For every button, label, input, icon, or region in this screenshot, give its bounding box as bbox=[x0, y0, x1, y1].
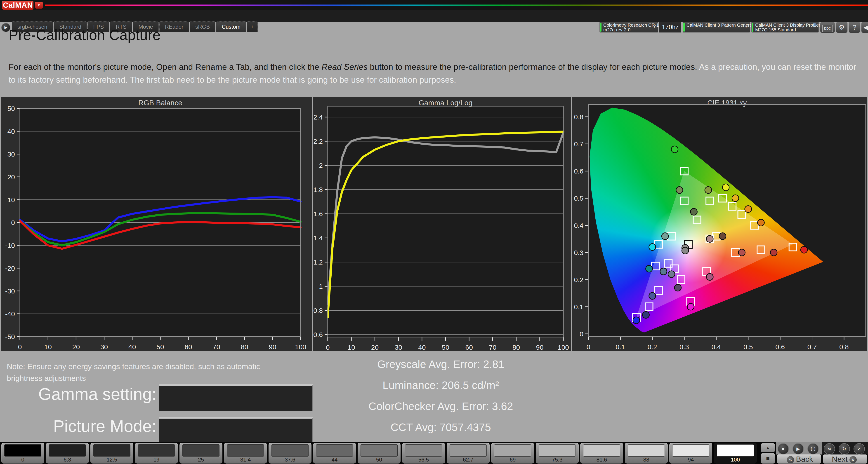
swatch-label: 37.6 bbox=[269, 457, 311, 463]
help-icon: ? bbox=[852, 24, 857, 31]
svg-text:40: 40 bbox=[418, 343, 426, 351]
accept-button[interactable]: ✓ bbox=[854, 443, 865, 455]
target-square bbox=[728, 202, 736, 210]
swatch-75.3[interactable]: 75.3 bbox=[536, 443, 579, 464]
swatch-chip bbox=[227, 444, 264, 457]
tab-reader[interactable]: REader bbox=[159, 22, 189, 32]
target-square bbox=[645, 303, 653, 310]
svg-text:90: 90 bbox=[269, 343, 276, 351]
swatch-81.6[interactable]: 81.6 bbox=[580, 443, 623, 464]
svg-text:70: 70 bbox=[213, 343, 220, 351]
measured-point bbox=[739, 249, 745, 256]
svg-text:50: 50 bbox=[442, 343, 449, 351]
svg-text:0.4: 0.4 bbox=[712, 343, 721, 351]
swatch-label: 0 bbox=[1, 457, 44, 463]
measured-point bbox=[643, 311, 649, 318]
swatch-69[interactable]: 69 bbox=[491, 443, 534, 464]
measured-point bbox=[770, 249, 777, 256]
tab-srgb[interactable]: sRGB bbox=[190, 22, 215, 32]
target-square bbox=[680, 197, 688, 205]
swatch-50[interactable]: 50 bbox=[358, 443, 401, 464]
svg-text:0.1: 0.1 bbox=[574, 303, 583, 310]
gamma-setting-input[interactable] bbox=[159, 384, 313, 411]
display-profiler-dropdown[interactable]: CalMAN Client 3 Display Profiler M27Q 15… bbox=[751, 22, 819, 33]
swatch-6.3[interactable]: 6.3 bbox=[46, 443, 89, 464]
swatch-chip bbox=[672, 444, 709, 457]
pattern-window-button[interactable]: ■ bbox=[761, 453, 775, 464]
swatch-56.5[interactable]: 56.5 bbox=[402, 443, 445, 464]
calman-logo[interactable]: CalMAN bbox=[2, 1, 33, 10]
swatch-chip bbox=[450, 444, 487, 457]
swatch-94[interactable]: 94 bbox=[669, 443, 712, 464]
page-title: Pre-Calibration Capture bbox=[8, 27, 160, 43]
svg-text:1.6: 1.6 bbox=[313, 210, 323, 218]
measured-point bbox=[668, 271, 675, 278]
swatch-19[interactable]: 19 bbox=[135, 443, 178, 464]
help-button[interactable]: ? bbox=[848, 22, 860, 33]
note-text: Note: Ensure any energy savings features… bbox=[7, 361, 276, 384]
svg-text:100: 100 bbox=[558, 343, 569, 351]
svg-text:Gamma Log/Log: Gamma Log/Log bbox=[418, 99, 472, 107]
svg-text:0.6: 0.6 bbox=[574, 167, 583, 175]
target-square bbox=[655, 287, 662, 294]
swatch-chip bbox=[316, 444, 353, 457]
play-button[interactable]: ▶ bbox=[793, 443, 804, 455]
back-button[interactable]: «Back bbox=[777, 455, 821, 464]
swatch-label: 19 bbox=[135, 457, 178, 463]
loop-button[interactable]: ↻ bbox=[839, 443, 850, 455]
settings-button[interactable]: ⚙ bbox=[836, 22, 848, 33]
svg-text:0.7: 0.7 bbox=[807, 343, 817, 351]
svg-text:1.8: 1.8 bbox=[313, 186, 323, 193]
chevron-down-icon: ▼ bbox=[653, 25, 656, 29]
svg-text:0.3: 0.3 bbox=[574, 249, 583, 256]
measured-point bbox=[682, 247, 688, 254]
measured-point bbox=[732, 195, 739, 201]
swatch-62.7[interactable]: 62.7 bbox=[447, 443, 490, 464]
swatch-chip bbox=[583, 444, 620, 457]
svg-text:0.8: 0.8 bbox=[574, 113, 583, 121]
swatch-label: 12.5 bbox=[90, 457, 133, 463]
swatch-chip bbox=[182, 444, 219, 457]
svg-text:40: 40 bbox=[7, 128, 15, 135]
swatch-chip bbox=[628, 444, 665, 457]
calman-window: CalMAN ▼ ▶ srgb-chosenStandardFPSRTSMovi… bbox=[0, 0, 868, 464]
tab-custom[interactable]: Custom bbox=[216, 22, 246, 32]
svg-text:1.2: 1.2 bbox=[313, 258, 323, 266]
ddc-button[interactable]: DDC bbox=[820, 22, 835, 33]
svg-text:10: 10 bbox=[44, 343, 52, 351]
pattern-status-bar bbox=[683, 23, 685, 32]
cie-1931-chart: CIE 1931 xy00.10.20.30.40.50.60.70.800.1… bbox=[572, 97, 867, 351]
loop-panel: ∞ ↻ ✓ bbox=[822, 442, 868, 455]
measurement-results: Greyscale Avg. Error: 2.81 Luminance: 20… bbox=[307, 354, 574, 438]
swatch-label: 75.3 bbox=[536, 457, 579, 463]
add-tab-button[interactable]: + bbox=[247, 22, 258, 32]
pattern-generator-dropdown[interactable]: CalMAN Client 3 Pattern Generator ▼ bbox=[683, 22, 750, 33]
swatch-12.5[interactable]: 12.5 bbox=[90, 443, 133, 464]
read-series-button[interactable]: [··] bbox=[807, 443, 819, 455]
swatch-31.4[interactable]: 31.4 bbox=[224, 443, 267, 464]
next-button[interactable]: Next» bbox=[823, 455, 867, 464]
logo-menu-icon[interactable]: ▼ bbox=[35, 2, 43, 8]
svg-text:30: 30 bbox=[7, 151, 15, 158]
measured-point bbox=[649, 293, 656, 299]
next-label: Next bbox=[832, 455, 848, 463]
level-up-button[interactable]: ▲ bbox=[761, 443, 775, 452]
pattern-level-strip: 06.312.5192531.437.6445056.562.76975.381… bbox=[0, 442, 868, 464]
swatch-label: 56.5 bbox=[402, 457, 445, 463]
target-square bbox=[757, 246, 765, 254]
picture-mode-input[interactable] bbox=[159, 417, 313, 442]
swatch-88[interactable]: 88 bbox=[625, 443, 668, 464]
meter-dropdown[interactable]: Colorimetry Research CR-100 m27q-rev-2-0… bbox=[599, 22, 658, 33]
stop-button[interactable]: ■ bbox=[778, 443, 789, 455]
svg-text:30: 30 bbox=[100, 343, 108, 351]
svg-text:30: 30 bbox=[395, 343, 402, 351]
arrow-up-icon: ▲ bbox=[766, 445, 770, 450]
display-profiler-name: CalMAN Client 3 Display Profiler bbox=[755, 23, 820, 28]
continuous-button[interactable]: ∞ bbox=[824, 443, 835, 455]
swatch-0[interactable]: 0 bbox=[1, 443, 44, 464]
collapse-button[interactable]: ◀ bbox=[861, 22, 868, 33]
swatch-44[interactable]: 44 bbox=[313, 443, 356, 464]
swatch-37.6[interactable]: 37.6 bbox=[269, 443, 311, 464]
swatch-25[interactable]: 25 bbox=[180, 443, 222, 464]
swatch-100[interactable]: 100 bbox=[714, 443, 757, 464]
